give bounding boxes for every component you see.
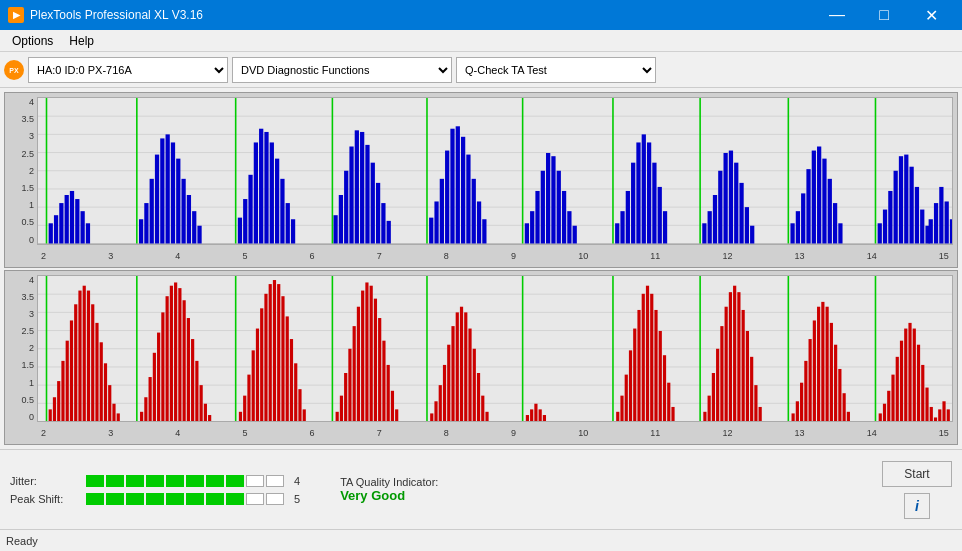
svg-rect-69	[530, 211, 534, 243]
svg-rect-216	[473, 348, 476, 421]
start-button[interactable]: Start	[882, 461, 952, 487]
svg-rect-20	[144, 203, 148, 243]
peakshift-value: 5	[294, 493, 300, 505]
svg-rect-198	[370, 285, 373, 421]
svg-rect-208	[439, 385, 442, 421]
ps-block-5	[166, 493, 184, 505]
svg-rect-163	[174, 282, 177, 421]
svg-rect-45	[339, 195, 343, 244]
menu-help[interactable]: Help	[61, 32, 102, 50]
svg-rect-52	[376, 183, 380, 244]
svg-rect-286	[938, 409, 941, 421]
peakshift-label: Peak Shift:	[10, 493, 80, 505]
svg-rect-32	[238, 218, 242, 244]
svg-rect-202	[387, 364, 390, 421]
svg-rect-105	[812, 151, 816, 244]
svg-rect-49	[360, 132, 364, 244]
svg-rect-260	[804, 360, 807, 421]
svg-rect-151	[108, 385, 111, 421]
svg-rect-103	[801, 193, 805, 243]
svg-rect-181	[273, 280, 276, 421]
window-controls: — □ ✕	[814, 0, 954, 30]
svg-rect-56	[429, 218, 433, 244]
close-button[interactable]: ✕	[908, 0, 954, 30]
bottom-chart-area	[37, 275, 953, 423]
svg-rect-10	[49, 223, 53, 243]
svg-rect-186	[294, 363, 297, 421]
svg-rect-254	[754, 385, 757, 421]
svg-rect-145	[83, 285, 86, 421]
svg-rect-142	[70, 320, 73, 421]
svg-rect-88	[663, 211, 667, 243]
svg-rect-187	[298, 389, 301, 421]
info-button[interactable]: i	[904, 493, 930, 519]
svg-rect-177	[256, 328, 259, 421]
svg-rect-275	[891, 374, 894, 421]
svg-rect-237	[659, 330, 662, 421]
svg-rect-106	[817, 147, 821, 244]
svg-rect-269	[843, 393, 846, 421]
svg-rect-112	[878, 223, 882, 243]
app-title: PlexTools Professional XL V3.16	[30, 8, 814, 22]
svg-rect-84	[642, 134, 646, 243]
svg-rect-13	[65, 195, 69, 244]
svg-rect-211	[451, 326, 454, 421]
svg-rect-214	[464, 312, 467, 421]
svg-rect-123	[929, 219, 933, 243]
app-icon: ▶	[8, 7, 24, 23]
ps-block-2	[106, 493, 124, 505]
minimize-button[interactable]: —	[814, 0, 860, 30]
svg-rect-97	[739, 183, 743, 244]
svg-rect-217	[477, 373, 480, 422]
svg-rect-137	[49, 409, 52, 421]
svg-rect-209	[443, 364, 446, 421]
svg-rect-159	[157, 332, 160, 421]
svg-rect-200	[378, 318, 381, 421]
svg-rect-62	[461, 137, 465, 244]
svg-rect-17	[86, 223, 90, 243]
svg-rect-95	[729, 151, 733, 244]
svg-rect-28	[187, 195, 191, 244]
svg-rect-191	[340, 395, 343, 421]
svg-rect-247	[725, 306, 728, 421]
svg-rect-233	[642, 293, 645, 421]
svg-rect-270	[847, 411, 850, 421]
svg-rect-255	[759, 406, 762, 421]
svg-rect-169	[200, 385, 203, 421]
svg-rect-245	[716, 348, 719, 421]
svg-rect-118	[909, 167, 913, 244]
svg-rect-146	[87, 290, 90, 421]
status-text: Ready	[6, 535, 38, 547]
menu-options[interactable]: Options	[4, 32, 61, 50]
svg-rect-252	[746, 330, 749, 421]
svg-rect-242	[703, 411, 706, 421]
svg-rect-53	[381, 203, 385, 243]
svg-rect-170	[204, 403, 207, 421]
svg-rect-61	[456, 126, 460, 243]
svg-rect-176	[252, 350, 255, 421]
svg-rect-182	[277, 284, 280, 421]
svg-rect-263	[817, 306, 820, 421]
svg-rect-162	[170, 285, 173, 421]
svg-rect-240	[671, 406, 674, 421]
svg-rect-92	[713, 195, 717, 244]
svg-rect-277	[900, 340, 903, 421]
device-select[interactable]: HA:0 ID:0 PX-716A	[28, 57, 228, 83]
svg-rect-117	[904, 155, 908, 244]
svg-rect-81	[626, 191, 630, 244]
svg-rect-35	[254, 142, 258, 243]
svg-rect-70	[535, 191, 539, 244]
svg-rect-96	[734, 163, 738, 244]
svg-rect-116	[899, 156, 903, 243]
maximize-button[interactable]: □	[861, 0, 907, 30]
ps-block-6	[186, 493, 204, 505]
test-select[interactable]: Q-Check TA Test	[456, 57, 656, 83]
top-chart-x-axis: 2 3 4 5 6 7 8 9 10 11 12 13 14 15	[37, 247, 953, 265]
jitter-block-10	[266, 475, 284, 487]
svg-rect-268	[838, 368, 841, 421]
svg-rect-192	[344, 373, 347, 422]
svg-rect-24	[166, 134, 170, 243]
function-select[interactable]: DVD Diagnostic Functions	[232, 57, 452, 83]
svg-rect-244	[712, 373, 715, 422]
svg-rect-249	[733, 285, 736, 421]
